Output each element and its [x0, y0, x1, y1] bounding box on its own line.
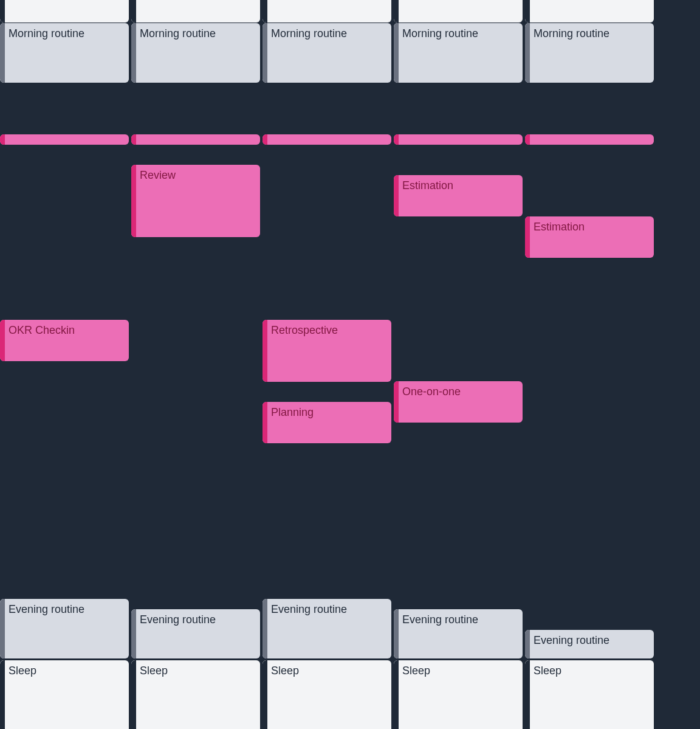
calendar-event[interactable] — [131, 0, 260, 22]
calendar-event[interactable]: Morning routine — [131, 23, 260, 83]
event-label: Evening routine — [402, 613, 516, 627]
event-label: Morning routine — [140, 27, 254, 41]
event-label: One-on-one — [402, 385, 516, 399]
event-color-stripe — [131, 0, 136, 22]
calendar-event[interactable]: Evening routine — [394, 609, 523, 658]
calendar-event[interactable]: Retrospective — [262, 320, 391, 382]
event-label: Evening routine — [9, 603, 123, 617]
event-color-stripe — [525, 0, 530, 22]
calendar-event[interactable]: One-on-one — [394, 381, 523, 423]
calendar-event[interactable]: Sleep — [262, 660, 391, 729]
event-color-stripe — [525, 134, 530, 145]
calendar-event[interactable]: Sleep — [0, 660, 129, 729]
calendar-event[interactable]: Morning routine — [0, 23, 129, 83]
calendar-event[interactable]: Morning routine — [394, 23, 523, 83]
event-label: Sleep — [9, 664, 123, 678]
event-color-stripe — [262, 402, 267, 443]
calendar-event[interactable] — [394, 0, 523, 22]
calendar-event[interactable]: Estimation — [525, 216, 654, 258]
event-color-stripe — [262, 134, 267, 145]
event-label: Morning routine — [271, 27, 385, 41]
event-color-stripe — [394, 660, 399, 729]
event-label: Evening routine — [534, 634, 648, 648]
event-color-stripe — [262, 599, 267, 658]
event-color-stripe — [394, 134, 399, 145]
calendar-event[interactable] — [0, 134, 129, 145]
calendar-event[interactable] — [525, 134, 654, 145]
event-label: Sleep — [140, 664, 254, 678]
calendar-event[interactable]: Morning routine — [525, 23, 654, 83]
calendar-event[interactable]: Sleep — [394, 660, 523, 729]
calendar-event[interactable]: Evening routine — [131, 609, 260, 658]
calendar-event[interactable]: Sleep — [525, 660, 654, 729]
calendar-event[interactable] — [0, 0, 129, 22]
event-label: Morning routine — [9, 27, 123, 41]
event-color-stripe — [0, 599, 5, 658]
event-label: Review — [140, 168, 254, 182]
event-color-stripe — [262, 660, 267, 729]
calendar-event[interactable] — [525, 0, 654, 22]
calendar-event[interactable]: Morning routine — [262, 23, 391, 83]
event-label: Evening routine — [271, 603, 385, 617]
event-color-stripe — [262, 320, 267, 382]
calendar-event[interactable]: Sleep — [131, 660, 260, 729]
calendar-event[interactable]: Review — [131, 165, 260, 237]
event-color-stripe — [525, 630, 530, 658]
event-color-stripe — [131, 165, 136, 237]
event-label: Sleep — [402, 664, 516, 678]
event-label: Evening routine — [140, 613, 254, 627]
event-label: Retrospective — [271, 323, 385, 337]
event-color-stripe — [0, 134, 5, 145]
event-color-stripe — [0, 320, 5, 361]
calendar-event[interactable] — [394, 134, 523, 145]
calendar-event[interactable]: Evening routine — [262, 599, 391, 658]
event-label: Estimation — [402, 179, 516, 193]
event-color-stripe — [394, 381, 399, 423]
calendar-event[interactable]: OKR Checkin — [0, 320, 129, 361]
event-label: Morning routine — [534, 27, 648, 41]
calendar-event[interactable] — [131, 134, 260, 145]
event-label: Morning routine — [402, 27, 516, 41]
calendar-event[interactable]: Evening routine — [0, 599, 129, 658]
event-color-stripe — [0, 23, 5, 83]
event-label: Sleep — [534, 664, 648, 678]
event-color-stripe — [131, 660, 136, 729]
event-color-stripe — [131, 23, 136, 83]
calendar-event[interactable]: Evening routine — [525, 630, 654, 658]
event-color-stripe — [262, 0, 267, 22]
event-color-stripe — [262, 23, 267, 83]
event-color-stripe — [525, 660, 530, 729]
event-color-stripe — [131, 609, 136, 658]
calendar-event[interactable] — [262, 134, 391, 145]
event-color-stripe — [394, 0, 399, 22]
event-color-stripe — [525, 216, 530, 258]
event-color-stripe — [394, 609, 399, 658]
calendar-week-grid: Morning routineMorning routineMorning ro… — [0, 0, 700, 729]
event-color-stripe — [394, 175, 399, 216]
event-label: OKR Checkin — [9, 323, 123, 337]
calendar-event[interactable]: Planning — [262, 402, 391, 443]
calendar-event[interactable] — [262, 0, 391, 22]
event-color-stripe — [0, 0, 5, 22]
calendar-event[interactable]: Estimation — [394, 175, 523, 216]
event-color-stripe — [0, 660, 5, 729]
event-color-stripe — [525, 23, 530, 83]
event-label: Sleep — [271, 664, 385, 678]
event-label: Planning — [271, 406, 385, 420]
event-color-stripe — [131, 134, 136, 145]
event-color-stripe — [394, 23, 399, 83]
event-label: Estimation — [534, 220, 648, 234]
